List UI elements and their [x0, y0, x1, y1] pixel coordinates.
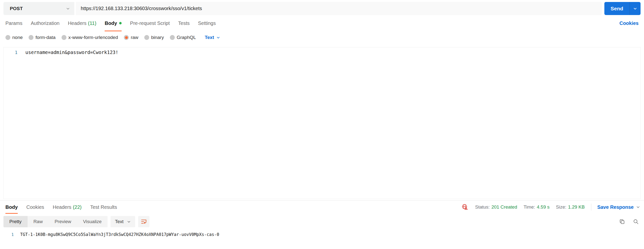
size-badge: Size: 1.29 KB — [556, 204, 585, 210]
time-label: Time: — [524, 204, 535, 210]
radio-icon — [170, 35, 175, 40]
radio-selected-icon — [124, 35, 129, 40]
chevron-down-icon — [633, 7, 637, 11]
wrap-text-icon — [140, 218, 147, 225]
size-label: Size: — [556, 204, 566, 210]
request-body-editor[interactable]: 1 username=admin&password=Cwork123! — [4, 47, 640, 199]
response-tab-test-results[interactable]: Test Results — [90, 200, 117, 214]
view-visualize[interactable]: Visualize — [77, 216, 108, 227]
tab-label: Settings — [198, 21, 216, 26]
tab-label: Body — [105, 21, 117, 26]
copy-icon[interactable] — [619, 218, 625, 225]
radio-icon — [28, 35, 34, 40]
body-type-binary[interactable]: binary — [144, 35, 164, 40]
method-label: POST — [10, 6, 23, 11]
view-pretty[interactable]: Pretty — [4, 216, 28, 227]
tab-body[interactable]: Body — [105, 15, 122, 31]
radio-icon — [144, 35, 149, 40]
tab-label: Params — [6, 21, 22, 26]
url-input[interactable]: https://192.168.133.218:30603/crosswork/… — [76, 2, 602, 15]
search-icon[interactable] — [633, 218, 639, 225]
response-section: Body Cookies Headers (22) Test Results — [0, 200, 644, 237]
time-badge: Time: 4.59 s — [524, 204, 550, 210]
radio-label: none — [12, 35, 23, 40]
view-label: Pretty — [9, 219, 22, 224]
language-label: Text — [205, 35, 214, 40]
view-raw[interactable]: Raw — [28, 216, 49, 227]
response-view-switcher: Pretty Raw Preview Visualize — [4, 216, 108, 227]
tab-label: Headers — [68, 21, 87, 26]
chevron-down-icon — [127, 220, 131, 224]
response-body-viewer[interactable]: 1 TGT-1-1K0B-mgu8KSwQ9C5Co5SalWaYn3jT3rd… — [0, 227, 644, 237]
view-label: Raw — [34, 219, 43, 224]
tab-label: Test Results — [90, 204, 117, 210]
tab-label: Body — [6, 204, 18, 210]
chevron-down-icon — [636, 205, 640, 209]
cookies-link[interactable]: Cookies — [620, 15, 638, 31]
save-response-label: Save Response — [597, 204, 634, 210]
editor-line: 1 username=admin&password=Cwork123! — [4, 50, 640, 55]
view-preview[interactable]: Preview — [49, 216, 77, 227]
tab-pre-request-script[interactable]: Pre-request Script — [130, 15, 170, 31]
tab-tests[interactable]: Tests — [178, 15, 190, 31]
body-type-form-data[interactable]: form-data — [28, 35, 56, 40]
radio-label: form-data — [36, 35, 56, 40]
editor-line-content: username=admin&password=Cwork123! — [25, 50, 118, 55]
chevron-down-icon — [66, 7, 70, 11]
status-badge: Status: 201 Created — [475, 204, 517, 210]
request-tabs: Params Authorization Headers (11) Body P… — [0, 15, 644, 31]
response-tab-headers[interactable]: Headers (22) — [53, 200, 82, 214]
tab-count-badge: (11) — [88, 21, 96, 26]
method-select[interactable]: POST — [4, 2, 74, 15]
view-label: Visualize — [83, 219, 102, 224]
send-button[interactable]: Send — [604, 2, 630, 15]
status-label: Status: — [475, 204, 490, 210]
response-line-content: TGT-1-1K0B-mgu8KSwQ9C5Co5SalWaYn3jT3rdkS… — [20, 232, 219, 237]
url-text: https://192.168.133.218:30603/crosswork/… — [81, 6, 202, 11]
response-format-select[interactable]: Text — [110, 216, 135, 227]
tab-label: Headers — [53, 204, 72, 210]
tab-settings[interactable]: Settings — [198, 15, 216, 31]
tab-headers[interactable]: Headers (11) — [68, 15, 96, 31]
raw-language-select[interactable]: Text — [205, 35, 220, 40]
wrap-text-button[interactable] — [138, 216, 150, 227]
request-url-bar: POST https://192.168.133.218:30603/cross… — [4, 2, 640, 15]
body-type-bar: none form-data x-www-form-urlencoded raw… — [0, 31, 644, 44]
tab-label: Authorization — [31, 21, 60, 26]
size-value: 1.29 KB — [568, 204, 585, 210]
send-options-button[interactable] — [630, 2, 640, 15]
response-tab-cookies[interactable]: Cookies — [26, 200, 44, 214]
body-type-raw[interactable]: raw — [124, 35, 138, 40]
format-label: Text — [115, 219, 124, 224]
response-header: Body Cookies Headers (22) Test Results — [0, 200, 644, 214]
divider — [591, 204, 591, 210]
send-label: Send — [610, 6, 623, 12]
tab-label: Pre-request Script — [130, 21, 170, 26]
response-actions — [612, 218, 639, 225]
radio-label: raw — [131, 35, 138, 40]
send-button-group: Send — [604, 2, 640, 15]
radio-label: binary — [151, 35, 164, 40]
line-number: 1 — [4, 50, 20, 55]
body-type-x-www-form-urlencoded[interactable]: x-www-form-urlencoded — [62, 35, 118, 40]
time-value: 4.59 s — [537, 204, 550, 210]
tab-label: Tests — [178, 21, 190, 26]
globe-warning-icon[interactable] — [461, 204, 469, 210]
tab-count-badge: (22) — [73, 204, 82, 210]
response-line: 1 TGT-1-1K0B-mgu8KSwQ9C5Co5SalWaYn3jT3rd… — [0, 232, 644, 237]
chevron-down-icon — [216, 36, 220, 40]
radio-icon — [62, 35, 66, 40]
radio-icon — [6, 35, 10, 40]
tab-params[interactable]: Params — [6, 15, 22, 31]
response-toolbar: Pretty Raw Preview Visualize Text — [0, 216, 644, 227]
view-label: Preview — [55, 219, 72, 224]
save-response-button[interactable]: Save Response — [597, 204, 640, 210]
response-tab-body[interactable]: Body — [6, 200, 18, 214]
tab-authorization[interactable]: Authorization — [31, 15, 60, 31]
modified-dot-icon — [119, 22, 122, 25]
body-type-none[interactable]: none — [6, 35, 23, 40]
radio-label: GraphQL — [177, 35, 196, 40]
body-type-graphql[interactable]: GraphQL — [170, 35, 196, 40]
response-meta: Status: 201 Created Time: 4.59 s Size: 1… — [461, 200, 640, 214]
status-value: 201 Created — [491, 204, 517, 210]
